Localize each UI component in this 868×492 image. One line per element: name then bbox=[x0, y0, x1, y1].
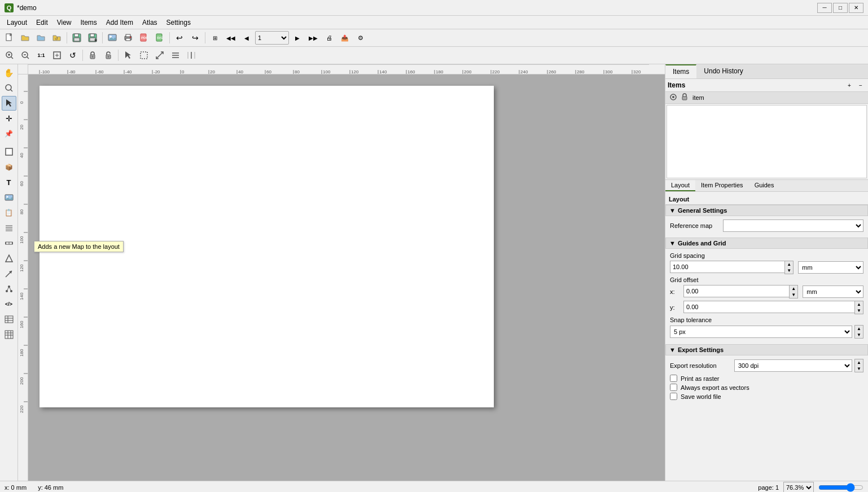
zoom-out-button[interactable] bbox=[18, 49, 33, 62]
svg-text:↺: ↺ bbox=[55, 37, 58, 41]
general-settings-header[interactable]: ▼ General Settings bbox=[665, 205, 868, 216]
distribute-button[interactable] bbox=[184, 49, 199, 62]
redo-button[interactable]: ↪ bbox=[188, 31, 203, 45]
grid-offset-x-up[interactable]: ▲ bbox=[790, 285, 797, 292]
zoom-select[interactable]: 76.3% bbox=[783, 482, 814, 493]
ruler-horizontal: -100 -80 -60 -40 -20 0 20 bbox=[28, 64, 665, 74]
zoom-slider[interactable] bbox=[818, 483, 863, 492]
refresh-button[interactable]: ↺ bbox=[65, 49, 80, 62]
grid-offset-unit[interactable]: mm bbox=[803, 285, 863, 298]
menu-atlas[interactable]: Atlas bbox=[138, 17, 162, 28]
grid-spacing-unit[interactable]: mm bbox=[798, 261, 863, 274]
add-attribute-table-tool[interactable] bbox=[2, 312, 16, 327]
svg-rect-13 bbox=[126, 38, 130, 41]
move-content-tool[interactable]: ✛ bbox=[2, 111, 16, 126]
menu-edit[interactable]: Edit bbox=[32, 17, 52, 28]
atlas-first-button[interactable]: ⊞ bbox=[208, 31, 222, 45]
align-button[interactable] bbox=[168, 49, 183, 62]
resize-button[interactable] bbox=[152, 49, 167, 62]
print-atlas-button[interactable]: 🖨 bbox=[322, 31, 336, 45]
export-resolution-up[interactable]: ▲ bbox=[855, 359, 863, 366]
atlas-current-button[interactable]: ◀ bbox=[239, 31, 254, 45]
export-atlas-button[interactable]: 📤 bbox=[337, 31, 352, 45]
select-all-button[interactable] bbox=[137, 49, 151, 62]
open-button[interactable] bbox=[18, 31, 33, 45]
grid-offset-y-up[interactable]: ▲ bbox=[855, 301, 863, 308]
snap-tolerance-select[interactable]: 5 px bbox=[670, 326, 852, 338]
guides-grid-header[interactable]: ▼ Guides and Grid bbox=[665, 238, 868, 249]
add-label-tool[interactable]: T bbox=[2, 175, 16, 190]
save-as-button[interactable]: ★ bbox=[85, 31, 100, 45]
add-shape-tool[interactable] bbox=[2, 251, 16, 266]
snap-tolerance-up[interactable]: ▲ bbox=[855, 326, 863, 332]
add-arrow-tool[interactable] bbox=[2, 266, 16, 281]
menu-settings[interactable]: Settings bbox=[162, 17, 195, 28]
zoom-in-button[interactable] bbox=[2, 49, 17, 62]
menu-add-item[interactable]: Add Item bbox=[102, 17, 138, 28]
panel-scroll-area[interactable]: ▼ General Settings Reference map ▼ Gu bbox=[665, 205, 868, 481]
new-button[interactable] bbox=[2, 31, 17, 45]
minimize-button[interactable]: ─ bbox=[817, 3, 832, 13]
open-recent-button[interactable]: ↺ bbox=[50, 31, 64, 45]
items-add-btn[interactable]: + bbox=[844, 80, 854, 90]
maximize-button[interactable]: □ bbox=[833, 3, 848, 13]
zoom-100-button[interactable]: 1:1 bbox=[34, 49, 49, 62]
zoom-all-button[interactable] bbox=[50, 49, 64, 62]
export-settings-header[interactable]: ▼ Export Settings bbox=[665, 344, 868, 355]
open-template-button[interactable] bbox=[34, 31, 49, 45]
grid-offset-x-input[interactable] bbox=[683, 285, 789, 297]
grid-spacing-up[interactable]: ▲ bbox=[785, 261, 793, 267]
atlas-last-button[interactable]: ▶▶ bbox=[306, 31, 321, 45]
canvas-content[interactable]: Adds a new Map to the layout bbox=[28, 74, 665, 481]
items-panel-title: Items bbox=[668, 81, 685, 89]
atlas-next-button[interactable]: ▶ bbox=[290, 31, 305, 45]
close-button[interactable]: ✕ bbox=[849, 3, 863, 13]
add-node-tool[interactable] bbox=[2, 282, 16, 296]
print-raster-checkbox[interactable] bbox=[670, 375, 677, 382]
subtab-layout[interactable]: Layout bbox=[665, 180, 695, 191]
pan-tool[interactable]: ✋ bbox=[2, 65, 16, 80]
unlock-items-button[interactable] bbox=[101, 49, 116, 62]
print-button[interactable] bbox=[121, 31, 135, 45]
save-world-file-checkbox[interactable] bbox=[670, 393, 677, 400]
atlas-settings-button[interactable]: ⚙ bbox=[353, 31, 368, 45]
add-map-tool[interactable] bbox=[2, 144, 16, 159]
subtab-item-properties[interactable]: Item Properties bbox=[695, 180, 749, 191]
add-html-tool[interactable]: </> bbox=[2, 297, 16, 311]
page-select[interactable]: 1 bbox=[255, 31, 289, 45]
export-pdf-button[interactable]: PDF bbox=[137, 31, 151, 45]
select-move-tool[interactable] bbox=[2, 96, 16, 111]
lock-items-button[interactable] bbox=[85, 49, 100, 62]
grid-offset-y-input[interactable] bbox=[683, 301, 854, 313]
add-scalebar-tool[interactable] bbox=[2, 236, 16, 251]
export-svg-button[interactable]: SVG bbox=[152, 31, 167, 45]
zoom-tool[interactable] bbox=[2, 81, 16, 95]
pin-tool[interactable]: 📌 bbox=[2, 126, 16, 141]
save-button[interactable] bbox=[69, 31, 84, 45]
select-items-button[interactable] bbox=[121, 49, 135, 62]
tab-undo-history[interactable]: Undo History bbox=[696, 64, 750, 78]
grid-spacing-input[interactable] bbox=[670, 261, 784, 273]
add-table-tool[interactable] bbox=[2, 327, 16, 342]
add-dynamic-tool[interactable]: 📋 bbox=[2, 205, 16, 220]
reference-map-select[interactable] bbox=[723, 219, 863, 232]
tab-items[interactable]: Items bbox=[665, 64, 696, 78]
export-resolution-down[interactable]: ▼ bbox=[855, 366, 863, 372]
export-resolution-select[interactable]: 300 dpi bbox=[734, 359, 852, 372]
add-3d-tool[interactable]: 📦 bbox=[2, 160, 16, 174]
items-remove-btn[interactable]: − bbox=[856, 80, 866, 90]
add-legend-tool[interactable] bbox=[2, 221, 16, 235]
grid-offset-x-down[interactable]: ▼ bbox=[790, 292, 797, 298]
menu-items[interactable]: Items bbox=[76, 17, 102, 28]
snap-tolerance-down[interactable]: ▼ bbox=[855, 332, 863, 338]
undo-button[interactable]: ↩ bbox=[172, 31, 187, 45]
atlas-prev-button[interactable]: ◀◀ bbox=[223, 31, 238, 45]
menu-view[interactable]: View bbox=[52, 17, 76, 28]
grid-spacing-down[interactable]: ▼ bbox=[785, 267, 793, 274]
grid-offset-y-down[interactable]: ▼ bbox=[855, 308, 863, 314]
menu-layout[interactable]: Layout bbox=[2, 17, 32, 28]
export-image-button[interactable] bbox=[105, 31, 120, 45]
subtab-guides[interactable]: Guides bbox=[749, 180, 780, 191]
add-image-tool[interactable] bbox=[2, 190, 16, 205]
always-export-vectors-checkbox[interactable] bbox=[670, 384, 677, 391]
